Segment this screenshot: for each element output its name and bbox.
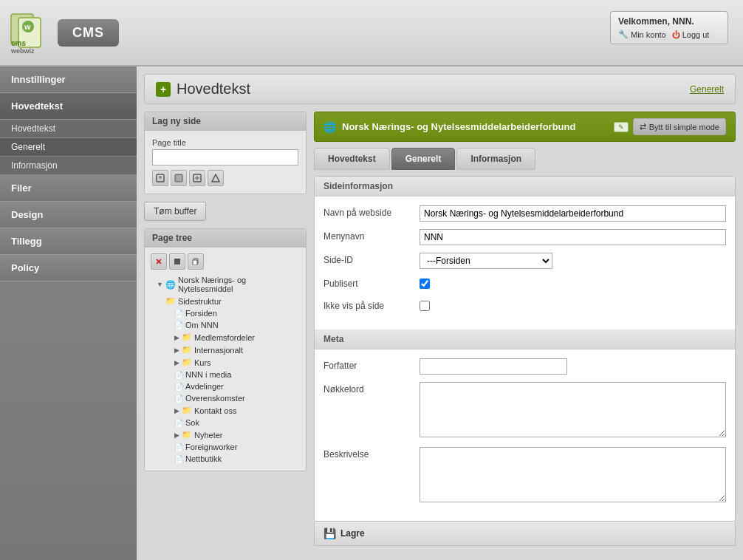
tree-item-foreignworker[interactable]: 📄 Foreignworker — [151, 441, 300, 453]
sidebar-item-tillegg[interactable]: Tillegg — [0, 228, 137, 255]
min-konto-button[interactable]: 🔧 Min konto — [618, 30, 666, 39]
cms-badge: CMS — [58, 19, 119, 47]
forfatter-input[interactable] — [420, 358, 567, 375]
new-page-btn-3[interactable] — [189, 170, 205, 186]
tree-btn-delete[interactable] — [151, 253, 167, 270]
tree-item-internasjonalt[interactable]: ▶ 📁 Internasjonalt — [151, 344, 300, 356]
page-tree-icons — [151, 253, 300, 270]
two-col: Lag ny side Page title — [144, 112, 736, 546]
logo-area: w webwiz cms CMS — [7, 10, 119, 55]
forfatter-row: Forfatter — [323, 358, 726, 375]
lagre-text: Lagre — [340, 528, 365, 539]
wrench-icon: 🔧 — [618, 30, 629, 39]
tom-buffer-button[interactable]: Tøm buffer — [144, 202, 206, 221]
publisert-checkbox[interactable] — [420, 279, 430, 289]
publisert-label: Publisert — [323, 276, 420, 289]
page-title: Hovedtekst — [177, 81, 250, 98]
logo-icon: w webwiz cms — [7, 10, 52, 55]
nokkelord-textarea[interactable] — [420, 382, 726, 437]
tree-item-medlemsfordeler[interactable]: ▶ 📁 Medlemsfordeler — [151, 331, 300, 344]
new-page-btn-2[interactable] — [171, 170, 187, 186]
logg-ut-button[interactable]: ⏻ Logg ut — [672, 30, 710, 39]
forfatter-label: Forfatter — [323, 358, 420, 371]
beskrivelse-textarea[interactable] — [420, 447, 726, 502]
sidebar-item-filer[interactable]: Filer — [0, 175, 137, 202]
sidebar: Innstillinger Hovedtekst Hovedtekst Gene… — [0, 66, 137, 560]
sidebar-item-innstillinger[interactable]: Innstillinger — [0, 66, 137, 93]
generelt-link[interactable]: Generelt — [690, 84, 724, 95]
sidebar-subitem-informasjon[interactable]: Informasjon — [0, 157, 137, 175]
tree-expander: ▶ — [174, 346, 179, 354]
page-icon: 📄 — [174, 419, 183, 427]
power-icon: ⏻ — [672, 30, 680, 39]
tab-informasjon[interactable]: Informasjon — [456, 148, 535, 170]
sidebar-item-design[interactable]: Design — [0, 202, 137, 228]
ikke-vis-checkbox[interactable] — [420, 301, 430, 311]
side-id-select[interactable]: ---Forsiden Om NNN Sidestruktur — [420, 253, 552, 269]
meta-header: Meta — [315, 329, 735, 349]
page-icon: 📄 — [174, 321, 183, 329]
page-header: + Hovedtekst Generelt — [144, 74, 736, 104]
navn-pa-webside-control — [420, 205, 726, 222]
tab-hovedtekst[interactable]: Hovedtekst — [314, 148, 390, 170]
beskrivelse-control — [420, 447, 726, 505]
page-icon: 📄 — [174, 395, 183, 403]
page-title-icon: + — [156, 82, 171, 97]
navn-pa-webside-row: Navn på webside — [323, 205, 726, 222]
svg-rect-16 — [174, 259, 180, 264]
sidebar-subitem-generelt[interactable]: Generelt — [0, 138, 137, 157]
publisert-row: Publisert — [323, 276, 726, 291]
page-icon: 📄 — [174, 371, 183, 379]
user-actions: 🔧 Min konto ⏻ Logg ut — [618, 30, 720, 39]
sidebar-item-hovedtekst[interactable]: Hovedtekst — [0, 93, 137, 120]
tree-item-kontaktoss[interactable]: ▶ 📁 Kontakt oss — [151, 404, 300, 417]
content: + Hovedtekst Generelt Lag ny side Page t… — [137, 66, 743, 560]
meta-body: Forfatter Nøkkelord Besk — [315, 349, 735, 521]
tree-item-nnnimedia[interactable]: 📄 NNN i media — [151, 369, 300, 380]
navn-pa-webside-input[interactable] — [420, 205, 726, 222]
tree-item-sidestruktur[interactable]: 📁 Sidestruktur — [151, 295, 300, 307]
new-page-btn-4[interactable] — [208, 170, 224, 186]
page-title-label: Page title — [152, 138, 298, 147]
tree-expander: ▶ — [174, 359, 179, 366]
tree-item-nyheter[interactable]: ▶ 📁 Nyheter — [151, 428, 300, 441]
page-icon: 📄 — [174, 310, 183, 318]
tree-expander: ▼ — [157, 281, 163, 288]
new-page-btn-1[interactable] — [152, 170, 168, 186]
left-panel: Lag ny side Page title — [144, 112, 307, 546]
tree-item-overenskomster[interactable]: 📄 Overenskomster — [151, 392, 300, 404]
tree-item-forsiden[interactable]: 📄 Forsiden — [151, 307, 300, 319]
bytt-icon: ⇄ — [640, 122, 646, 132]
forfatter-control — [420, 358, 726, 375]
tree-btn-square[interactable] — [169, 253, 185, 270]
page-icon: 📄 — [174, 443, 183, 451]
globe-icon: 🌐 — [323, 121, 336, 133]
save-icon: 💾 — [323, 527, 336, 539]
edit-button[interactable]: ✎ — [614, 122, 629, 132]
page-title-input[interactable] — [152, 149, 298, 165]
tree-item-omnnn[interactable]: 📄 Om NNN — [151, 319, 300, 331]
edit-icon: ✎ — [618, 123, 624, 131]
tree-item-sok[interactable]: 📄 Sok — [151, 417, 300, 428]
tree-item-avdelinger[interactable]: 📄 Avdelinger — [151, 380, 300, 392]
site-bar: 🌐 Norsk Nærings- og Nytelsesmiddelarbeid… — [314, 112, 736, 142]
sideinformasjon-body: Navn på webside Menynavn — [315, 197, 735, 329]
bytt-mode-button[interactable]: ⇄ Bytt til simple mode — [633, 118, 726, 135]
tree-item-nettbutikk[interactable]: 📄 Nettbutikk — [151, 453, 300, 465]
sidebar-subitem-hovedtekst[interactable]: Hovedtekst — [0, 120, 137, 138]
sideinformasjon-header: Sideinformasjon — [315, 177, 735, 197]
page-icon: 📄 — [174, 455, 183, 463]
ikke-vis-control — [420, 298, 726, 313]
lagre-bar[interactable]: 💾 Lagre — [314, 522, 736, 546]
svg-rect-9 — [175, 174, 182, 182]
tree-item-kurs[interactable]: ▶ 📁 Kurs — [151, 356, 300, 369]
lag-ny-side-icons — [152, 170, 298, 186]
nokkelord-control — [420, 382, 726, 440]
tree-item-root[interactable]: ▼ 🌐 Norsk Nærings- og Nytelsesmiddel — [151, 274, 300, 295]
tree-btn-copy[interactable] — [188, 253, 204, 270]
tab-generelt[interactable]: Generelt — [391, 148, 456, 170]
nokkelord-label: Nøkkelord — [323, 382, 420, 395]
menynavn-input[interactable] — [420, 229, 726, 245]
menynavn-row: Menynavn — [323, 229, 726, 245]
sidebar-item-policy[interactable]: Policy — [0, 255, 137, 281]
